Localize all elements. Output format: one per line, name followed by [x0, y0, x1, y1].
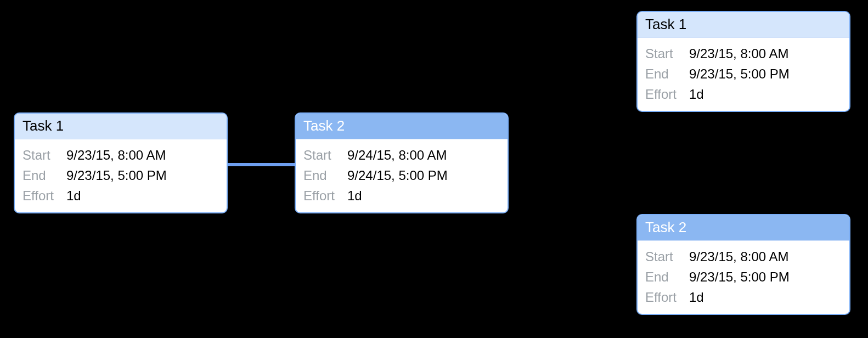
value-end: 9/23/15, 5:00 PM — [66, 165, 167, 185]
value-effort: 1d — [347, 185, 362, 206]
value-start: 9/23/15, 8:00 AM — [689, 43, 788, 64]
row-effort: Effort 1d — [22, 185, 219, 206]
task-title: Task 2 — [296, 114, 508, 139]
label-start: Start — [22, 145, 66, 165]
value-effort: 1d — [689, 287, 704, 307]
task-title: Task 1 — [15, 114, 227, 139]
value-start: 9/23/15, 8:00 AM — [66, 145, 166, 165]
row-effort: Effort 1d — [303, 185, 500, 206]
label-end: End — [303, 165, 347, 185]
task-title: Task 2 — [638, 215, 849, 241]
value-end: 9/23/15, 5:00 PM — [689, 64, 790, 84]
row-start: Start 9/24/15, 8:00 AM — [303, 145, 500, 165]
task-card-left-1[interactable]: Task 1 Start 9/23/15, 8:00 AM End 9/23/1… — [14, 112, 228, 213]
label-start: Start — [303, 145, 347, 165]
label-effort: Effort — [645, 287, 689, 307]
task-title: Task 1 — [638, 12, 849, 38]
row-end: End 9/23/15, 5:00 PM — [645, 64, 842, 84]
task-card-right-1[interactable]: Task 1 Start 9/23/15, 8:00 AM End 9/23/1… — [636, 11, 850, 112]
value-end: 9/23/15, 5:00 PM — [689, 267, 790, 287]
value-effort: 1d — [689, 84, 704, 104]
task-body: Start 9/23/15, 8:00 AM End 9/23/15, 5:00… — [638, 241, 849, 314]
label-start: Start — [645, 246, 689, 267]
label-start: Start — [645, 43, 689, 64]
task-card-right-2[interactable]: Task 2 Start 9/23/15, 8:00 AM End 9/23/1… — [636, 214, 850, 315]
label-end: End — [645, 267, 689, 287]
value-end: 9/24/15, 5:00 PM — [347, 165, 448, 185]
label-effort: Effort — [22, 185, 66, 206]
row-start: Start 9/23/15, 8:00 AM — [645, 246, 842, 267]
label-effort: Effort — [303, 185, 347, 206]
task-body: Start 9/23/15, 8:00 AM End 9/23/15, 5:00… — [15, 139, 227, 213]
row-effort: Effort 1d — [645, 84, 842, 104]
row-end: End 9/23/15, 5:00 PM — [645, 267, 842, 287]
value-effort: 1d — [66, 185, 81, 206]
label-end: End — [645, 64, 689, 84]
task-body: Start 9/24/15, 8:00 AM End 9/24/15, 5:00… — [296, 139, 508, 213]
row-end: End 9/23/15, 5:00 PM — [22, 165, 219, 185]
row-start: Start 9/23/15, 8:00 AM — [22, 145, 219, 165]
row-end: End 9/24/15, 5:00 PM — [303, 165, 500, 185]
task-body: Start 9/23/15, 8:00 AM End 9/23/15, 5:00… — [638, 38, 849, 111]
task-card-left-2[interactable]: Task 2 Start 9/24/15, 8:00 AM End 9/24/1… — [295, 112, 509, 213]
row-effort: Effort 1d — [645, 287, 842, 307]
dependency-connector — [228, 163, 295, 166]
value-start: 9/24/15, 8:00 AM — [347, 145, 447, 165]
row-start: Start 9/23/15, 8:00 AM — [645, 43, 842, 64]
label-effort: Effort — [645, 84, 689, 104]
value-start: 9/23/15, 8:00 AM — [689, 246, 788, 267]
label-end: End — [22, 165, 66, 185]
